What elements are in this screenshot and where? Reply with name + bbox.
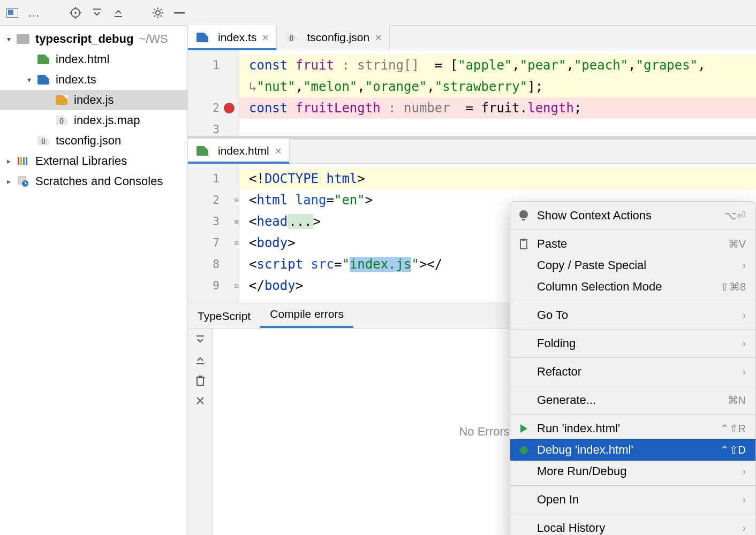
menu-run[interactable]: Run 'index.html' ⌃⇧R	[510, 418, 755, 439]
expand-arrow-icon[interactable]: ▸	[3, 157, 14, 165]
menu-refactor[interactable]: Refactor ›	[510, 361, 755, 383]
trash-icon[interactable]	[194, 374, 206, 386]
menu-folding[interactable]: Folding ›	[510, 333, 755, 354]
json-file-icon	[284, 32, 298, 43]
tree-project-root[interactable]: ▾ typescript_debug ~/WS	[0, 29, 187, 49]
menu-show-context-actions[interactable]: Show Context Actions ⌥⏎	[510, 205, 755, 226]
menu-generate[interactable]: Generate... ⌘N	[510, 389, 755, 411]
gutter-line[interactable]: 3⊞	[188, 211, 239, 232]
tree-label: typescript_debug	[35, 32, 133, 46]
gutter-line[interactable]: 3	[188, 119, 239, 140]
gutter-line[interactable]: 2⊟	[188, 189, 239, 211]
svg-rect-28	[197, 378, 203, 385]
gutter-line[interactable]: 8	[188, 254, 239, 275]
chevron-right-icon: ›	[743, 366, 746, 378]
tab-index-html[interactable]: index.html ✕	[188, 139, 290, 163]
gutter-line[interactable]: 1	[188, 55, 239, 76]
tree-external-libraries[interactable]: ▸ External Libraries	[0, 151, 187, 171]
collapse-all-icon[interactable]	[112, 7, 124, 19]
expand-arrow-icon[interactable]: ▸	[3, 177, 14, 186]
expand-arrow-icon[interactable]: ▾	[24, 75, 34, 84]
svg-rect-35	[522, 239, 525, 241]
collapse-all-icon[interactable]	[194, 354, 206, 366]
folder-icon	[16, 34, 30, 44]
svg-line-41	[526, 452, 528, 452]
svg-rect-20	[18, 157, 19, 165]
tree-label: Scratches and Consoles	[35, 174, 163, 188]
menu-open-in[interactable]: Open In ›	[510, 489, 755, 510]
tab-compile-errors[interactable]: Compile errors	[260, 302, 353, 328]
tree-item-index-ts[interactable]: ▾ index.ts	[0, 70, 187, 90]
expand-all-icon[interactable]	[91, 7, 103, 19]
svg-line-16	[161, 16, 162, 17]
gear-icon[interactable]	[152, 7, 164, 19]
menu-local-history[interactable]: Local History ›	[510, 517, 755, 535]
tree-item-tsconfig[interactable]: tsconfig.json	[0, 131, 187, 151]
breakpoint-icon[interactable]	[224, 103, 235, 113]
lightbulb-icon	[517, 210, 531, 221]
fold-minus-icon[interactable]: ⊟	[235, 239, 239, 247]
svg-point-10	[156, 11, 160, 15]
menu-go-to[interactable]: Go To ›	[510, 304, 755, 326]
fold-minus-icon[interactable]: ⊟	[235, 196, 239, 204]
menu-separator	[510, 357, 755, 358]
menu-separator	[510, 485, 755, 486]
ts-file-icon	[36, 74, 50, 85]
tab-typescript[interactable]: TypeScript	[188, 304, 260, 328]
menu-paste[interactable]: Paste ⌘V	[510, 233, 755, 255]
tree-item-index-html[interactable]: index.html	[0, 49, 187, 70]
tab-label: index.html	[218, 144, 269, 157]
close-icon[interactable]: ✕	[275, 146, 282, 156]
close-icon[interactable]: ✕	[375, 33, 382, 43]
svg-rect-22	[23, 157, 25, 165]
code-line[interactable]: ↳"nut","melon","orange","strawberry"];	[239, 76, 756, 97]
fold-plus-icon[interactable]: ⊞	[235, 218, 239, 226]
tree-scratches[interactable]: ▸ Scratches and Consoles	[0, 171, 187, 192]
close-icon[interactable]	[194, 395, 206, 407]
debug-icon	[517, 445, 531, 455]
menu-debug[interactable]: Debug 'index.html' ⌃⇧D	[510, 439, 755, 461]
svg-line-17	[154, 16, 155, 17]
tree-label: External Libraries	[35, 154, 127, 168]
svg-marker-36	[520, 424, 527, 433]
editor-tabs-top: index.ts ✕ tsconfig.json ✕	[188, 26, 756, 50]
code-line[interactable]: const fruitLength : number = fruit.lengt…	[239, 97, 756, 119]
svg-line-15	[154, 9, 155, 10]
js-file-icon	[55, 95, 69, 105]
tab-index-ts[interactable]: index.ts ✕	[188, 25, 277, 50]
chevron-right-icon: ›	[743, 494, 746, 506]
gutter[interactable]: 1 2⊟ 3⊞ 7⊟ 8 9⊟	[188, 164, 239, 303]
menu-separator	[510, 514, 755, 514]
svg-rect-23	[26, 157, 27, 165]
menu-copy-paste-special[interactable]: Copy / Paste Special ›	[510, 255, 755, 276]
svg-point-37	[520, 447, 527, 454]
fold-minus-icon[interactable]: ⊟	[235, 282, 239, 290]
gutter-line[interactable]: 9⊟	[188, 275, 239, 296]
code-line[interactable]: const fruit : string[] = ["apple","pear"…	[239, 55, 756, 76]
minimize-icon[interactable]	[173, 7, 185, 19]
toolbar-ellipsis: …	[28, 6, 40, 20]
gutter-line[interactable]: 2	[188, 97, 239, 119]
project-tree[interactable]: ▾ typescript_debug ~/WS index.html ▾ ind…	[0, 26, 188, 535]
tree-item-index-js[interactable]: index.js	[0, 90, 187, 110]
bottom-panel-toolbar	[188, 328, 213, 535]
code-line[interactable]: <!DOCTYPE html>	[239, 168, 756, 189]
gutter-line[interactable]: 1	[188, 168, 239, 189]
editor-tabs-bottom: index.html ✕	[188, 139, 756, 164]
expand-all-icon[interactable]	[194, 334, 206, 346]
json-file-icon	[55, 115, 69, 126]
expand-arrow-icon[interactable]: ▾	[3, 35, 14, 43]
tree-item-index-js-map[interactable]: index.js.map	[0, 110, 187, 131]
menu-column-selection-mode[interactable]: Column Selection Mode ⇧⌘8	[510, 276, 755, 297]
ts-file-icon	[195, 32, 209, 43]
editor-top[interactable]: 1 2 3 const fruit : string[] = ["apple",…	[188, 50, 756, 136]
project-view-icon[interactable]	[6, 7, 18, 19]
gutter-line[interactable]: 7⊟	[188, 232, 239, 254]
tree-path: ~/WS	[139, 32, 168, 46]
tab-tsconfig[interactable]: tsconfig.json ✕	[277, 25, 390, 50]
code-area-ts[interactable]: const fruit : string[] = ["apple","pear"…	[239, 50, 756, 136]
target-icon[interactable]	[70, 7, 81, 19]
gutter[interactable]: 1 2 3	[188, 50, 239, 136]
close-icon[interactable]: ✕	[262, 33, 269, 43]
menu-more-run-debug[interactable]: More Run/Debug ›	[510, 461, 755, 482]
